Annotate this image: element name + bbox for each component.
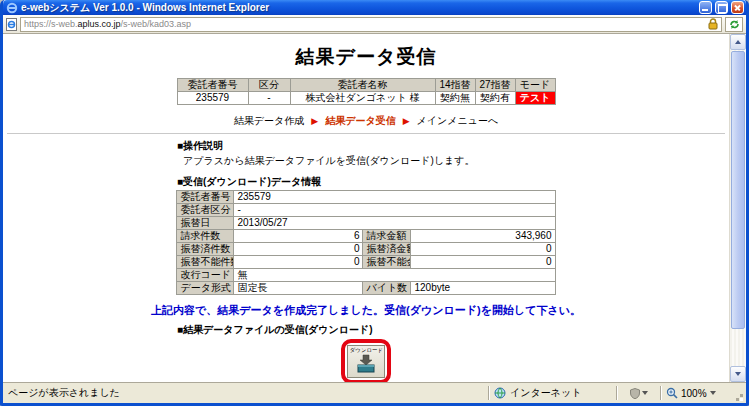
operation-section-title: ■操作説明 <box>177 139 555 153</box>
info-value: 6 <box>234 230 363 243</box>
url-path: /s-web/kad03.asp <box>121 19 192 29</box>
info-label: 改行コード <box>177 269 234 282</box>
breadcrumb-arrow-icon: ▶ <box>311 116 318 126</box>
info-table-row: 委託者区分- <box>177 204 555 217</box>
highlight-ring: ダウンロード <box>341 339 391 382</box>
completion-message: 上記内容で、結果データを作成完了しました。受信(ダウンロード)を開始して下さい。 <box>3 303 729 318</box>
statusbar-separator <box>616 386 618 400</box>
info-label: 委託者番号 <box>177 191 234 204</box>
info-label: 振替不能件数 <box>177 256 234 269</box>
info-value: 無 <box>234 269 555 282</box>
browser-window: e-webシステム Ver 1.0.0 - Windows Internet E… <box>0 0 749 406</box>
statusbar-separator <box>488 386 490 400</box>
url-domain: aplus.co.jp <box>78 19 121 29</box>
info-value: 235579 <box>234 191 555 204</box>
refresh-icon[interactable] <box>725 17 743 32</box>
info-label: 委託者区分 <box>177 204 234 217</box>
page-title: 結果データ受信 <box>3 44 729 70</box>
client-column-header: 区分 <box>248 79 290 92</box>
magnifier-icon <box>666 387 678 399</box>
vertical-scrollbar[interactable] <box>729 34 746 382</box>
info-table-row: 振替日2013/05/27 <box>177 217 555 230</box>
client-value: 235579 <box>177 92 248 105</box>
mode-badge: テスト <box>515 92 555 105</box>
resize-grip[interactable] <box>732 388 744 402</box>
info-label: データ形式 <box>177 282 234 295</box>
info-value: 343,960 <box>411 230 555 243</box>
result-file-section-title: ■結果データファイルの受信(ダウンロード) <box>177 323 555 337</box>
globe-icon <box>494 387 506 399</box>
arrow-down-icon <box>735 372 741 376</box>
client-value: - <box>248 92 290 105</box>
download-button-label: ダウンロード <box>349 347 382 353</box>
info-value: - <box>234 204 555 217</box>
statusbar-separator <box>660 386 662 400</box>
client-column-header: モード <box>515 79 555 92</box>
info-label: 振替済件数 <box>177 243 234 256</box>
client-column-header: 委託者名称 <box>290 79 435 92</box>
address-bar: https://s-web. aplus.co.jp /s-web/kad03.… <box>3 15 746 34</box>
window-title: e-webシステム Ver 1.0.0 - Windows Internet E… <box>21 1 696 15</box>
chevron-down-icon <box>642 391 648 395</box>
lock-icon[interactable] <box>708 18 718 30</box>
info-label: 振替不能金額 <box>363 256 411 269</box>
info-value: 0 <box>234 256 363 269</box>
zoom-level: 100% <box>681 388 707 399</box>
info-table-row: 請求件数6請求金額343,960 <box>177 230 555 243</box>
info-value: 120byte <box>411 282 555 295</box>
info-value: 0 <box>234 243 363 256</box>
info-table-row: 改行コード無 <box>177 269 555 282</box>
nav-item-result-create[interactable]: 結果データ作成 <box>234 114 304 128</box>
protected-mode-control[interactable] <box>622 388 656 399</box>
download-info-section-title: ■受信(ダウンロード)データ情報 <box>177 175 555 189</box>
divider <box>7 133 725 134</box>
page-content: 結果データ受信 委託者番号区分委託者名称14指替27指替モード235579-株式… <box>3 34 729 382</box>
security-zone: インターネット <box>494 386 612 400</box>
url-scheme: https://s-web. <box>24 19 78 29</box>
zone-label: インターネット <box>510 386 581 400</box>
info-label: 振替日 <box>177 217 234 230</box>
shield-icon <box>630 388 640 399</box>
info-table-row: 振替不能件数0振替不能金額0 <box>177 256 555 269</box>
page-icon <box>6 18 17 31</box>
maximize-button[interactable] <box>715 1 728 14</box>
nav-item-main-menu[interactable]: メインメニューへ <box>417 114 499 128</box>
scroll-down-button[interactable] <box>730 366 746 382</box>
nav-item-result-receive[interactable]: 結果データ受信 <box>325 114 395 128</box>
breadcrumb-nav: 結果データ作成▶結果データ受信▶メインメニューへ <box>3 114 729 128</box>
page-viewport: 結果データ受信 委託者番号区分委託者名称14指替27指替モード235579-株式… <box>3 34 746 382</box>
client-table-body: 委託者番号区分委託者名称14指替27指替モード235579-株式会社ダンゴネット… <box>177 79 555 105</box>
close-button[interactable] <box>731 1 744 14</box>
download-icon <box>354 354 378 374</box>
status-bar: ページが表示されました インターネット <box>3 382 746 403</box>
info-value: 0 <box>411 256 555 269</box>
info-value: 2013/05/27 <box>234 217 555 230</box>
download-button[interactable]: ダウンロード <box>347 345 385 378</box>
client-table: 委託者番号区分委託者名称14指替27指替モード235579-株式会社ダンゴネット… <box>177 78 556 105</box>
operation-description: アプラスから結果データファイルを受信(ダウンロード)します。 <box>183 154 555 168</box>
info-table-row: 振替済件数0振替済金額0 <box>177 243 555 256</box>
info-table-row: データ形式固定長バイト数120byte <box>177 282 555 295</box>
info-label: 請求金額 <box>363 230 411 243</box>
download-info-table: 委託者番号235579委託者区分-振替日2013/05/27請求件数6請求金額3… <box>176 190 555 295</box>
scrollbar-thumb[interactable] <box>731 51 745 329</box>
ie-logo-icon <box>6 2 18 14</box>
address-input[interactable]: https://s-web. aplus.co.jp /s-web/kad03.… <box>20 17 722 32</box>
info-label: 請求件数 <box>177 230 234 243</box>
minimize-button[interactable] <box>699 1 712 14</box>
client-value: 契約有 <box>475 92 515 105</box>
title-bar[interactable]: e-webシステム Ver 1.0.0 - Windows Internet E… <box>3 0 746 15</box>
client-column-header: 27指替 <box>475 79 515 92</box>
info-label: 振替済金額 <box>363 243 411 256</box>
client-value: 契約無 <box>435 92 475 105</box>
chevron-down-icon <box>710 391 716 395</box>
info-value: 0 <box>411 243 555 256</box>
info-label: バイト数 <box>363 282 411 295</box>
arrow-up-icon <box>735 40 741 44</box>
info-table-body: 委託者番号235579委託者区分-振替日2013/05/27請求件数6請求金額3… <box>177 191 555 295</box>
zoom-control[interactable]: 100% <box>666 387 732 399</box>
client-column-header: 委託者番号 <box>177 79 248 92</box>
scroll-up-button[interactable] <box>730 34 746 50</box>
breadcrumb-arrow-icon: ▶ <box>403 116 410 126</box>
client-column-header: 14指替 <box>435 79 475 92</box>
